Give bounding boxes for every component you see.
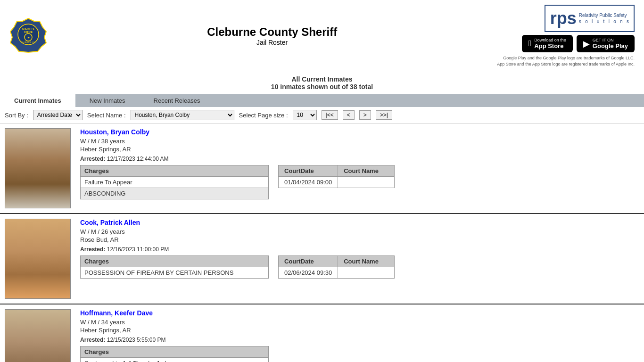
charges-table: ChargesFailure To AppearABSCONDING: [80, 165, 269, 199]
svg-text:CLEBURNE CO.: CLEBURNE CO.: [21, 41, 35, 43]
inmate-photo: [5, 309, 71, 362]
google-play-button[interactable]: ▶ GET IT ON Google Play: [577, 35, 635, 52]
apple-line1: Download on the: [534, 38, 566, 42]
tab-recent-releases[interactable]: Recent Releases: [140, 94, 215, 107]
app-store-button[interactable]:  Download on the App Store: [522, 35, 573, 52]
svg-text:SHERIFF'S: SHERIFF'S: [22, 27, 35, 30]
inmate-demographics: W / M / 34 years: [80, 319, 639, 326]
header-title-block: Cleburne County Sheriff Jail Roster: [47, 25, 497, 46]
svg-text:★: ★: [27, 36, 30, 39]
inmate-demographics: W / M / 26 years: [80, 228, 639, 235]
court-date-cell: 01/04/2024 09:00: [279, 177, 338, 188]
court-table: CourtDateCourt Name01/04/2024 09:00: [278, 165, 395, 188]
charges-column-header: Charges: [81, 256, 269, 267]
inmate-arrested-date: Arrested: 12/16/2023 11:00:00 PM: [80, 246, 639, 253]
rps-logo: rps Relativity Public Safety s o l u t i…: [545, 5, 635, 32]
court-name-cell: [338, 267, 395, 279]
inmate-details: Houston, Bryan ColbyW / M / 38 yearsHebe…: [80, 128, 639, 208]
sheriff-badge: SHERIFF'S OFFICE ★ CLEBURNE CO.: [9, 16, 47, 56]
sort-by-select[interactable]: Arrested Date Name: [33, 110, 83, 120]
inmate-name[interactable]: Cook, Patrick Allen: [80, 219, 639, 226]
google-play-icon: ▶: [583, 39, 590, 49]
inmate-arrested-date: Arrested: 12/17/2023 12:44:00 AM: [80, 156, 639, 162]
court-table: CourtDateCourt Name02/06/2024 09:30: [278, 255, 395, 279]
charge-cell: Failure To Appear: [81, 177, 269, 188]
court-date-cell: 02/06/2024 09:30: [279, 267, 338, 279]
inmates-summary: All Current Inmates 10 inmates shown out…: [0, 72, 644, 94]
last-page-button[interactable]: >>|: [376, 110, 392, 120]
inmate-location: Rose Bud, AR: [80, 236, 639, 243]
tab-new-inmates[interactable]: New Inmates: [75, 94, 140, 107]
charges-table: ChargesSentenced to Jail Time by Judge: [80, 346, 269, 362]
court-date-header: CourtDate: [279, 256, 338, 267]
inmate-details: Cook, Patrick AllenW / M / 26 yearsRose …: [80, 219, 639, 299]
page-size-label: Select Page size :: [239, 112, 288, 119]
rps-logo-text: rps: [550, 8, 577, 28]
google-line2: Google Play: [593, 42, 628, 49]
nav-tabs: Current Inmates New Inmates Recent Relea…: [0, 94, 644, 107]
apple-line2: App Store: [534, 42, 566, 49]
court-date-header: CourtDate: [279, 165, 338, 177]
tab-current-inmates[interactable]: Current Inmates: [0, 94, 75, 107]
page-title: Cleburne County Sheriff: [47, 25, 497, 39]
charge-cell: ABSCONDING: [81, 188, 269, 199]
prev-page-button[interactable]: <: [343, 110, 355, 120]
trademark-text: Google Play and the Google Play logo are…: [497, 55, 635, 67]
apple-icon: : [528, 39, 532, 49]
page-subtitle: Jail Roster: [47, 39, 497, 46]
charge-cell: POSSESSION OF FIREARM BY CERTAIN PERSONS: [81, 267, 269, 279]
inmate-name-select[interactable]: Houston, Bryan Colby Cook, Patrick Allen…: [131, 110, 234, 120]
charges-column-header: Charges: [81, 165, 269, 177]
select-name-label: Select Name :: [87, 112, 126, 119]
header-right-block: rps Relativity Public Safety s o l u t i…: [497, 5, 635, 67]
inmate-record: Hoffmann, Keefer DaveW / M / 34 yearsHeb…: [0, 304, 644, 362]
inmate-details: Hoffmann, Keefer DaveW / M / 34 yearsHeb…: [80, 309, 639, 362]
inmate-photo: [5, 219, 71, 299]
inmate-arrested-date: Arrested: 12/15/2023 5:55:00 PM: [80, 337, 639, 343]
inmate-record: Cook, Patrick AllenW / M / 26 yearsRose …: [0, 214, 644, 304]
inmates-count-label: 10 inmates shown out of 38 total: [4, 83, 640, 90]
svg-text:OFFICE: OFFICE: [24, 31, 33, 33]
charges-wrapper: ChargesSentenced to Jail Time by Judge: [80, 346, 639, 362]
inmate-location: Heber Springs, AR: [80, 146, 639, 153]
inmate-photo: [5, 128, 71, 208]
court-name-cell: [338, 177, 395, 188]
inmate-name[interactable]: Hoffmann, Keefer Dave: [80, 309, 639, 317]
inmate-location: Heber Springs, AR: [80, 327, 639, 334]
page-size-select[interactable]: 10 25 50 100: [293, 110, 317, 120]
next-page-button[interactable]: >: [359, 110, 371, 120]
court-name-header: Court Name: [338, 256, 395, 267]
charges-wrapper: ChargesPOSSESSION OF FIREARM BY CERTAIN …: [80, 255, 639, 279]
inmate-name[interactable]: Houston, Bryan Colby: [80, 128, 639, 136]
all-current-inmates-label: All Current Inmates: [4, 75, 640, 83]
inmates-list: Houston, Bryan ColbyW / M / 38 yearsHebe…: [0, 123, 644, 362]
rps-tagline: Relativity Public Safety s o l u t i o n…: [579, 12, 629, 25]
charges-wrapper: ChargesFailure To AppearABSCONDINGCourtD…: [80, 165, 639, 199]
charge-cell: Sentenced to Jail Time by Judge: [81, 358, 269, 362]
first-page-button[interactable]: |<<: [322, 110, 338, 120]
sort-by-label: Sort By :: [5, 112, 28, 119]
inmate-demographics: W / M / 38 years: [80, 138, 639, 145]
charges-column-header: Charges: [81, 346, 269, 358]
court-name-header: Court Name: [338, 165, 395, 177]
charges-table: ChargesPOSSESSION OF FIREARM BY CERTAIN …: [80, 255, 269, 279]
google-line1: GET IT ON: [593, 38, 628, 42]
app-buttons-row:  Download on the App Store ▶ GET IT ON …: [522, 35, 635, 52]
inmate-record: Houston, Bryan ColbyW / M / 38 yearsHebe…: [0, 123, 644, 214]
controls-bar: Sort By : Arrested Date Name Select Name…: [0, 107, 644, 123]
page-header: SHERIFF'S OFFICE ★ CLEBURNE CO. Cleburne…: [0, 0, 644, 72]
